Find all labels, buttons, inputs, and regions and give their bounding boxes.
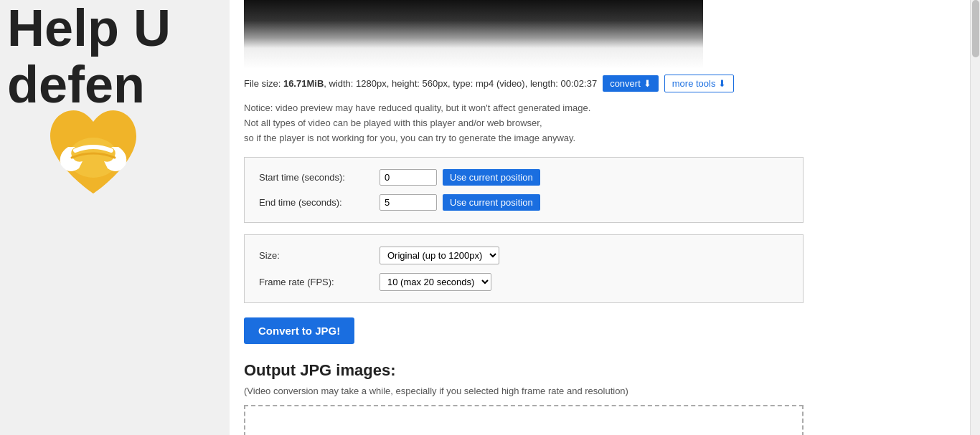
size-select[interactable]: Original (up to 1200px) Small (up to 400… <box>380 247 499 264</box>
sidebar-logo <box>36 93 151 208</box>
file-info-suffix: , width: 1280px, height: 560px, type: mp… <box>324 78 597 89</box>
time-options-panel: Start time (seconds): Use current positi… <box>244 157 804 223</box>
more-tools-button[interactable]: more tools ⬇ <box>664 75 735 92</box>
sidebar-text-line1: Help U <box>7 0 171 57</box>
file-size-value: 16.71MiB <box>283 78 324 89</box>
output-section: Output JPG images: (Video conversion may… <box>244 361 966 435</box>
file-info-row: File size: 16.71MiB, width: 1280px, heig… <box>244 75 966 92</box>
use-position-end-button[interactable]: Use current position <box>443 194 540 211</box>
start-time-input[interactable] <box>380 169 437 186</box>
output-title: Output JPG images: <box>244 361 966 380</box>
convert-down-icon: ⬇ <box>644 78 651 89</box>
file-size-prefix: File size: <box>244 78 283 89</box>
notice-line1: Notice: video preview may have reduced q… <box>244 101 966 116</box>
start-time-row: Start time (seconds): Use current positi… <box>259 169 788 186</box>
start-time-label: Start time (seconds): <box>259 172 374 183</box>
use-position-start-button[interactable]: Use current position <box>443 169 540 186</box>
end-time-label: End time (seconds): <box>259 197 374 208</box>
main-content: File size: 16.71MiB, width: 1280px, heig… <box>230 0 980 435</box>
end-time-input[interactable] <box>380 194 437 211</box>
fps-row: Frame rate (FPS): 5 (max 40 seconds) 10 … <box>259 273 788 291</box>
notice-box: Notice: video preview may have reduced q… <box>244 101 966 145</box>
video-preview <box>244 0 703 69</box>
notice-line3: so if the player is not working for you,… <box>244 131 966 146</box>
video-preview-inner <box>244 0 703 69</box>
size-label: Size: <box>259 250 374 261</box>
output-dropzone <box>244 405 804 435</box>
fps-select[interactable]: 5 (max 40 seconds) 10 (max 20 seconds) 1… <box>380 273 491 291</box>
more-tools-down-icon: ⬇ <box>718 78 726 89</box>
svg-point-0 <box>68 138 118 178</box>
output-notice: (Video conversion may take a while, espe… <box>244 386 966 396</box>
fps-label: Frame rate (FPS): <box>259 277 374 287</box>
end-time-row: End time (seconds): Use current position <box>259 194 788 211</box>
scrollbar[interactable] <box>970 0 980 435</box>
scrollbar-thumb[interactable] <box>972 0 979 57</box>
notice-line2: Not all types of video can be played wit… <box>244 116 966 131</box>
convert-to-jpg-button[interactable]: Convert to JPG! <box>244 317 354 344</box>
file-info-text: File size: 16.71MiB, width: 1280px, heig… <box>244 78 597 89</box>
more-tools-label: more tools <box>672 78 716 89</box>
size-fps-panel: Size: Original (up to 1200px) Small (up … <box>244 234 804 303</box>
left-sidebar: Help U defen <box>0 0 230 435</box>
convert-button[interactable]: convert ⬇ <box>603 75 659 92</box>
convert-label: convert <box>610 78 641 89</box>
size-row: Size: Original (up to 1200px) Small (up … <box>259 247 788 264</box>
